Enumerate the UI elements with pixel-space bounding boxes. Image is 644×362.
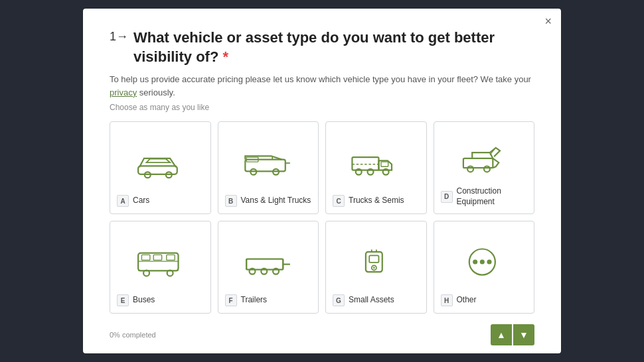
card-icon-bus <box>117 229 204 294</box>
question-header: 1→ What vehicle or asset type do you wan… <box>110 29 534 66</box>
card-key: B <box>225 195 237 207</box>
card-key: H <box>441 294 453 306</box>
vehicle-type-grid: A Cars B Vans & Light Trucks C Tru <box>110 121 534 314</box>
svg-point-37 <box>373 267 375 269</box>
nav-down-button[interactable]: ▼ <box>513 324 534 345</box>
card-icon-small-asset <box>333 229 420 294</box>
card-icon-trailer <box>225 229 312 294</box>
svg-point-42 <box>480 259 485 264</box>
vehicle-type-card-d[interactable]: D Construction Equipment <box>434 121 535 214</box>
card-footer: B Vans & Light Trucks <box>225 195 312 207</box>
card-key: A <box>117 195 129 207</box>
card-label: Construction Equipment <box>457 186 528 207</box>
card-icon-van <box>225 130 312 195</box>
card-label: Buses <box>133 295 155 306</box>
svg-rect-22 <box>153 255 161 260</box>
vehicle-type-card-a[interactable]: A Cars <box>110 121 211 214</box>
svg-rect-19 <box>138 253 178 271</box>
card-footer: E Buses <box>117 294 204 306</box>
close-button[interactable]: × <box>544 15 552 27</box>
question-title: What vehicle or asset type do you want t… <box>133 29 534 66</box>
card-label: Cars <box>133 196 149 206</box>
svg-rect-14 <box>381 162 388 166</box>
card-footer: A Cars <box>117 195 204 207</box>
vehicle-type-card-b[interactable]: B Vans & Light Trucks <box>218 121 319 214</box>
vehicle-type-card-f[interactable]: F Trailers <box>218 221 319 314</box>
svg-point-41 <box>473 259 477 264</box>
svg-point-43 <box>487 259 491 264</box>
question-description: To help us provide accurate pricing plea… <box>110 73 534 99</box>
card-footer: C Trucks & Semis <box>333 195 420 207</box>
card-key: F <box>225 294 237 306</box>
card-icon-car <box>117 130 204 195</box>
card-label: Trailers <box>241 295 268 306</box>
vehicle-type-card-h[interactable]: H Other <box>434 221 535 314</box>
vehicle-type-card-g[interactable]: G Small Assets <box>325 221 427 314</box>
card-label: Vans & Light Trucks <box>241 196 311 206</box>
card-footer: D Construction Equipment <box>441 186 528 207</box>
card-icon-other <box>441 229 528 294</box>
svg-point-17 <box>484 166 490 172</box>
privacy-link[interactable]: privacy <box>110 88 137 97</box>
svg-rect-35 <box>369 255 378 263</box>
card-key: G <box>333 294 345 306</box>
card-label: Small Assets <box>349 295 394 306</box>
svg-point-16 <box>467 166 473 172</box>
footer-bar: 0% completed ▲ ▼ <box>110 324 534 345</box>
card-footer: G Small Assets <box>333 294 420 306</box>
nav-buttons: ▲ ▼ <box>491 324 534 345</box>
modal-container: × 1→ What vehicle or asset type do you w… <box>83 9 561 353</box>
card-label: Other <box>457 295 477 306</box>
svg-rect-21 <box>142 255 150 260</box>
card-footer: F Trailers <box>225 294 312 306</box>
card-key: D <box>441 191 453 203</box>
card-icon-construction <box>441 130 528 186</box>
card-icon-truck <box>333 130 420 195</box>
modal-overlay: × 1→ What vehicle or asset type do you w… <box>0 0 644 362</box>
step-indicator: 1→ <box>110 29 128 44</box>
card-footer: H Other <box>441 294 528 306</box>
card-key: C <box>333 195 345 207</box>
svg-rect-23 <box>167 255 175 260</box>
nav-up-button[interactable]: ▲ <box>491 324 512 345</box>
progress-text: 0% completed <box>110 331 156 339</box>
svg-rect-9 <box>353 157 379 170</box>
card-key: E <box>117 294 129 306</box>
vehicle-type-card-e[interactable]: E Buses <box>110 221 211 314</box>
choose-label: Choose as many as you like <box>110 103 534 112</box>
card-label: Trucks & Semis <box>349 196 404 206</box>
vehicle-type-card-c[interactable]: C Trucks & Semis <box>325 121 427 214</box>
